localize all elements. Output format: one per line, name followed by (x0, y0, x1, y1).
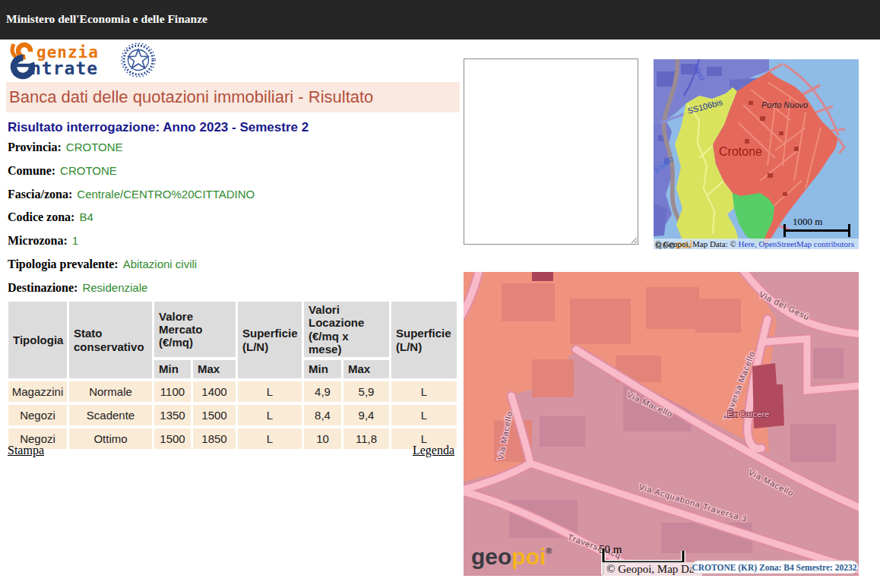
field-label: Fascia/zona: (8, 188, 72, 201)
field-label: Destinazione: (8, 281, 78, 294)
cell: Normale (69, 381, 152, 402)
cell: 4,9 (304, 381, 341, 402)
cell: 10 (304, 428, 341, 449)
logo-word-ntrate: ntrate (30, 58, 98, 78)
geopoi-logo-poi: poi (511, 544, 546, 569)
building-dark-top (532, 272, 553, 281)
cell: L (391, 381, 457, 402)
field-label: Comune: (8, 164, 55, 177)
col-header-valore-mercato: Valore Mercato (€/mq) (154, 302, 236, 357)
map-attribution: © Geopoi, Map Data (606, 563, 703, 575)
ministry-bar: Ministero dell'Economia e delle Finanze (0, 0, 880, 40)
agenzia-entrate-logo: genzia ntrate (8, 42, 167, 80)
legenda-link[interactable]: Legenda (410, 444, 454, 457)
field-label: Tipologia prevalente: (8, 258, 119, 270)
cell: 1500 (193, 405, 236, 425)
cell: 9,4 (343, 405, 389, 425)
cell: 11,8 (343, 428, 389, 449)
empty-textarea[interactable] (464, 58, 638, 245)
cell: Magazzini (8, 381, 67, 402)
cell: 1850 (193, 428, 236, 449)
city-label-crotone: Crotone (719, 145, 762, 158)
sub-header-min: Min (304, 360, 341, 378)
field-microzona: Microzona:1 (8, 234, 255, 258)
zone-badge-label: CROTONE (KR) Zona: B4 Semestre: 20232 (692, 563, 856, 573)
scale-label: 50 m (599, 543, 622, 555)
table-row: Magazzini Normale 1100 1400 L 4,9 5,9 L (8, 381, 457, 402)
attribution-link[interactable]: Here, OpenStreetMap contributors (739, 239, 854, 248)
field-comune: Comune:CROTONE (8, 164, 255, 188)
cell: Scadente (69, 405, 152, 425)
table-row: Negozi Scadente 1350 1500 L 8,4 9,4 L (8, 405, 457, 425)
page-title: Banca dati delle quotazioni immobiliari … (6, 82, 460, 112)
col-header-valori-locazione: Valori Locazione (€/mq x mese) (304, 302, 389, 357)
field-codice-zona: Codice zona:B4 (8, 210, 255, 234)
col-header-superficie: Superficie (L/N) (238, 302, 302, 378)
cell: 1100 (154, 381, 191, 402)
page: Ministero dell'Economia e delle Finanze … (0, 0, 880, 588)
cell: Ottimo (69, 428, 152, 449)
result-fields: Provincia:CROTONE Comune:CROTONE Fascia/… (8, 141, 255, 305)
overview-map[interactable]: Vinci SS106bis Esaro Porto Nuovo Crotone… (654, 59, 859, 249)
detail-map-canvas: Via del Gesù Via Macello Traversa Macell… (464, 272, 859, 576)
field-value: B4 (79, 210, 93, 223)
scale-label: 1000 m (793, 216, 822, 227)
cell: Negozi (8, 405, 67, 425)
result-heading: Risultato interrogazione: Anno 2023 - Se… (8, 120, 309, 135)
poi-label-ex-carcere: Ex Carcere (727, 409, 769, 419)
field-value: Abitazioni civili (123, 258, 198, 270)
cell: L (238, 381, 302, 402)
cell: L (238, 428, 302, 449)
field-label: Codice zona: (8, 210, 74, 223)
field-value: 1 (72, 234, 78, 247)
quotation-table: Tipologia Stato conservativo Valore Merc… (6, 299, 459, 452)
geopoi-logo-reg: ® (546, 546, 552, 555)
sub-header-max: Max (193, 360, 236, 378)
ministry-title: Ministero dell'Economia e delle Finanze (0, 0, 880, 26)
field-tipologia-prevalente: Tipologia prevalente:Abitazioni civili (8, 258, 255, 281)
col-header-stato: Stato conservativo (69, 302, 152, 378)
sub-header-min: Min (154, 360, 191, 378)
geopoi-logo-geo: geo (471, 544, 511, 569)
detail-map[interactable]: Via del Gesù Via Macello Traversa Macell… (464, 272, 859, 576)
cell: 1350 (154, 405, 191, 425)
geopoi-logo: geopoi® (471, 544, 552, 569)
porto-nuovo-label: Porto Nuovo (761, 100, 808, 109)
cell: L (391, 405, 457, 425)
field-fascia-zona: Fascia/zona:Centrale/CENTRO%20CITTADINO (8, 188, 255, 211)
field-provincia: Provincia:CROTONE (8, 141, 255, 164)
republic-emblem-icon (120, 42, 157, 78)
col-header-tipologia: Tipologia (8, 302, 67, 378)
table-row: Negozi Ottimo 1500 1850 L 10 11,8 L (8, 428, 457, 449)
col-header-superficie: Superficie (L/N) (391, 302, 457, 378)
overview-map-canvas: Vinci SS106bis Esaro Porto Nuovo Crotone… (654, 59, 859, 249)
cell: 1500 (154, 428, 191, 449)
attribution-prefix: © Geopoi, Map Data: © (655, 239, 739, 248)
field-value: Residenziale (82, 281, 147, 294)
cell: 5,9 (343, 381, 389, 402)
field-value: CROTONE (60, 164, 117, 177)
field-label: Provincia: (8, 141, 62, 153)
cell: L (238, 405, 302, 425)
cell: 1400 (193, 381, 236, 402)
field-value: CROTONE (66, 141, 123, 153)
field-label: Microzona: (8, 234, 68, 247)
cell: 8,4 (304, 405, 341, 425)
stampa-link[interactable]: Stampa (8, 444, 44, 457)
field-value: Centrale/CENTRO%20CITTADINO (77, 188, 255, 201)
sub-header-max: Max (343, 360, 389, 378)
map-attribution: © Geopoi, Map Data: © Here, OpenStreetMa… (655, 239, 854, 248)
